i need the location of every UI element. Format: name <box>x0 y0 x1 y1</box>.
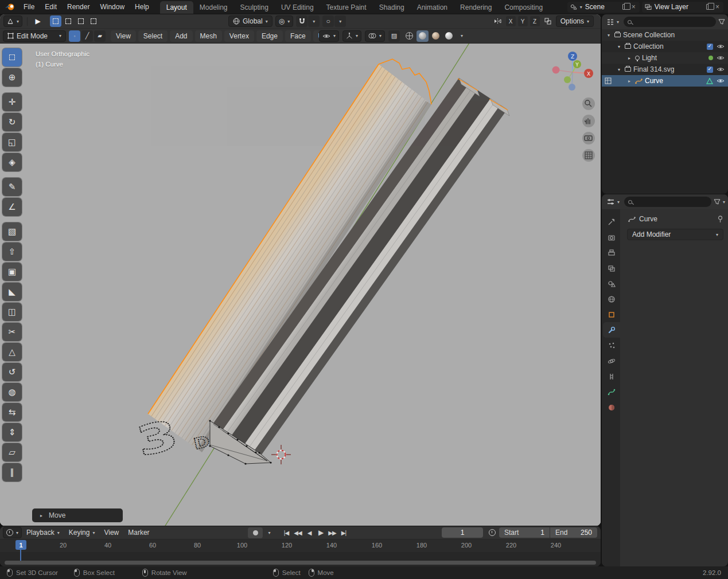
gizmo-neg-z-ball[interactable] <box>569 84 575 91</box>
play-reverse-button[interactable]: ◀ <box>304 527 314 538</box>
menu-marker[interactable]: Marker <box>123 526 154 539</box>
disclosure-triangle-icon[interactable]: ▾ <box>616 67 622 72</box>
prev-keyframe-button[interactable]: ◀◀ <box>293 527 303 538</box>
shading-material-button[interactable] <box>430 30 442 42</box>
menu-help[interactable]: Help <box>130 0 154 14</box>
current-frame-field[interactable]: 1 <box>442 527 483 538</box>
menu-face[interactable]: Face <box>285 30 311 42</box>
mirror-z-toggle[interactable]: Z <box>530 16 540 26</box>
auto-keying-button[interactable] <box>248 527 263 538</box>
tool-shear[interactable]: ▱ <box>2 443 22 461</box>
new-view-layer-icon[interactable] <box>706 4 711 10</box>
tool-smooth[interactable]: ◍ <box>2 383 22 401</box>
pivot-point-dropdown[interactable]: ◎ ▾ <box>275 15 294 27</box>
scene-selector[interactable]: ▾ Scene × <box>567 2 640 13</box>
menu-render[interactable]: Render <box>62 0 95 14</box>
proportional-falloff-dropdown[interactable]: ▾ <box>334 15 346 27</box>
select-mode-intersect-button[interactable] <box>88 15 99 27</box>
tool-scale[interactable]: ◱ <box>2 133 22 151</box>
tool-edge-slide[interactable]: ⇆ <box>2 403 22 421</box>
select-mode-new-button[interactable] <box>50 15 61 27</box>
disclosure-triangle-icon[interactable]: ▾ <box>616 44 622 49</box>
editor-type-button[interactable]: ▾ <box>3 15 22 27</box>
gizmo-neg-x-ball[interactable] <box>552 66 560 74</box>
menu-file[interactable]: File <box>18 0 40 14</box>
timeline-editor-type-button[interactable]: ▾ <box>3 527 22 538</box>
mode-dropdown[interactable]: Edit Mode ▾ <box>3 30 66 42</box>
close-icon[interactable]: × <box>630 3 637 11</box>
shading-settings-dropdown[interactable]: ▾ <box>456 30 468 42</box>
menu-vertex[interactable]: Vertex <box>224 30 254 42</box>
tab-world[interactable] <box>603 291 620 307</box>
outliner-search-input[interactable] <box>634 18 712 25</box>
tab-render[interactable] <box>603 229 620 245</box>
close-icon[interactable]: × <box>714 3 721 11</box>
play-button[interactable]: ▶ <box>316 527 326 538</box>
menu-mesh[interactable]: Mesh <box>195 30 222 42</box>
new-scene-icon[interactable] <box>622 4 628 10</box>
face-select-mode-button[interactable]: ▰ <box>94 30 106 42</box>
menu-window[interactable]: Window <box>95 0 130 14</box>
tab-modifiers[interactable] <box>603 322 620 338</box>
tab-output[interactable] <box>603 245 620 260</box>
outliner-row-light[interactable]: ▸ Light <box>602 52 728 64</box>
shading-solid-button[interactable] <box>416 30 429 42</box>
tool-annotate[interactable]: ✎ <box>2 178 22 196</box>
shading-rendered-button[interactable] <box>443 30 455 42</box>
xray-toggle-button[interactable]: ▨ <box>388 30 400 42</box>
outliner-row-collection[interactable]: ▾ Collection <box>602 41 728 52</box>
tab-modeling[interactable]: Modeling <box>193 1 234 14</box>
collection-checkbox[interactable] <box>707 66 713 73</box>
operator-panel[interactable]: ▸ Move <box>32 508 123 522</box>
tool-spin[interactable]: ↺ <box>2 363 22 381</box>
hide-eye-icon[interactable] <box>717 66 725 72</box>
properties-search-input[interactable] <box>634 198 707 205</box>
active-tool-button[interactable]: ▶ <box>32 15 44 27</box>
tool-shrink-fatten[interactable]: ⇕ <box>2 423 22 441</box>
tab-physics[interactable] <box>603 353 620 369</box>
keying-set-dropdown[interactable]: ▾ <box>264 527 274 538</box>
camera-view-button[interactable] <box>582 132 595 144</box>
tool-loop-cut[interactable]: ◫ <box>2 303 22 321</box>
filter-icon[interactable] <box>714 198 721 205</box>
snap-settings-dropdown[interactable]: ▾ <box>308 15 320 27</box>
tab-material[interactable] <box>603 400 620 415</box>
select-mode-extend-button[interactable] <box>63 15 74 27</box>
mirror-options-icon[interactable] <box>492 15 504 27</box>
tool-move[interactable]: ✛ <box>2 93 22 111</box>
transform-orientation-dropdown[interactable]: Global ▾ <box>228 15 272 27</box>
jump-to-start-button[interactable]: |◀ <box>281 527 291 538</box>
viewport-scene[interactable]: 3 D <box>0 44 601 526</box>
tab-constraints[interactable] <box>603 369 620 384</box>
filter-icon[interactable] <box>718 18 725 25</box>
frame-end-field[interactable]: End250 <box>550 527 597 538</box>
tab-texture-paint[interactable]: Texture Paint <box>320 1 373 14</box>
tab-sculpting[interactable]: Sculpting <box>234 1 275 14</box>
outliner-editor-type-button[interactable]: ▾ <box>605 16 621 28</box>
outliner-row-curve[interactable]: ▸ Curve <box>602 75 728 87</box>
timeline-ruler[interactable]: 20 40 60 80 100 120 140 160 180 200 220 … <box>0 539 601 566</box>
menu-playback[interactable]: Playback▾ <box>22 526 64 539</box>
outliner-search[interactable] <box>624 17 716 27</box>
frame-start-field[interactable]: Start1 <box>499 527 550 538</box>
tool-measure[interactable]: ∠ <box>2 198 22 216</box>
properties-editor-type-button[interactable]: ▾ <box>605 196 622 208</box>
menu-view[interactable]: View <box>111 30 136 42</box>
tool-add-cube[interactable]: ▧ <box>2 222 22 241</box>
vertex-select-mode-button[interactable]: ◦ <box>69 30 80 42</box>
disclosure-triangle-icon[interactable]: ▸ <box>626 56 633 61</box>
current-frame-marker[interactable]: 1 <box>15 540 26 550</box>
tab-view-layer[interactable] <box>603 260 620 276</box>
snap-extra-icon[interactable] <box>542 15 554 27</box>
tab-object[interactable] <box>603 307 620 322</box>
outliner-row-scene-collection[interactable]: ▾ Scene Collection <box>602 29 728 41</box>
menu-edit[interactable]: Edit <box>40 0 62 14</box>
options-dropdown[interactable]: Options ▾ <box>556 15 594 27</box>
properties-search[interactable] <box>624 197 711 207</box>
pin-icon[interactable] <box>717 216 723 223</box>
tab-shading[interactable]: Shading <box>373 1 411 14</box>
view-layer-selector[interactable]: View Layer × <box>642 2 723 13</box>
proportional-editing-button[interactable]: ○ <box>322 15 334 27</box>
tool-poly-build[interactable]: △ <box>2 343 22 361</box>
tab-animation[interactable]: Animation <box>411 1 454 14</box>
